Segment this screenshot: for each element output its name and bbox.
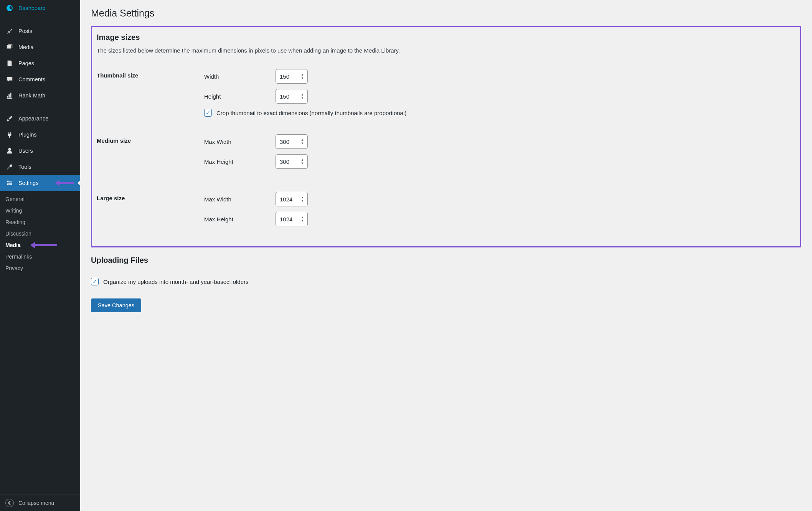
submenu-item-media[interactable]: Media [0,239,80,251]
sidebar-item-pages[interactable]: Pages [0,55,80,71]
organize-uploads-checkbox[interactable]: ✓ [91,278,99,285]
submenu-label: Discussion [5,231,31,237]
sidebar-item-tools[interactable]: Tools [0,159,80,175]
brush-icon [5,114,14,123]
number-stepper[interactable]: ▲▼ [301,193,306,205]
chart-icon [5,91,14,100]
sidebar-item-dashboard[interactable]: Dashboard [0,0,80,16]
submenu-item-permalinks[interactable]: Permalinks [0,251,80,262]
sidebar-item-label: Appearance [18,115,48,122]
sidebar-item-label: Users [18,148,33,154]
pin-icon [5,27,14,35]
thumbnail-size-heading: Thumbnail size [97,65,204,120]
wrench-icon [5,163,14,171]
sidebar-item-label: Media [18,44,34,50]
submenu-item-writing[interactable]: Writing [0,205,80,216]
number-stepper[interactable]: ▲▼ [301,213,306,225]
dashboard-icon [5,4,14,12]
sidebar-item-users[interactable]: Users [0,143,80,159]
medium-max-width-label: Max Width [204,138,276,145]
number-stepper[interactable]: ▲▼ [301,91,306,102]
number-stepper[interactable]: ▲▼ [301,71,306,82]
media-icon [5,43,14,51]
save-changes-button[interactable]: Save Changes [91,298,141,312]
sidebar-item-appearance[interactable]: Appearance [0,110,80,127]
submenu-label: Writing [5,208,22,214]
submenu-item-privacy[interactable]: Privacy [0,262,80,274]
settings-icon [5,179,14,187]
sidebar-item-label: Tools [18,164,31,170]
sidebar-item-label: Rank Math [18,92,45,99]
sidebar-item-label: Posts [18,28,32,34]
sidebar-item-rank-math[interactable]: Rank Math [0,87,80,104]
admin-sidebar: Dashboard Posts Media Pages Comments Ran… [0,0,80,511]
user-icon [5,147,14,155]
sidebar-item-label: Comments [18,76,45,82]
uploading-files-heading: Uploading Files [91,256,801,265]
pointer-arrow-icon [30,241,57,249]
pages-icon [5,59,14,68]
submenu-item-discussion[interactable]: Discussion [0,228,80,239]
sidebar-item-posts[interactable]: Posts [0,23,80,39]
sidebar-item-label: Dashboard [18,5,46,11]
sidebar-item-settings[interactable]: Settings [0,175,80,191]
plug-icon [5,130,14,139]
collapse-icon [5,499,14,507]
medium-size-heading: Medium size [97,130,204,178]
submenu-label: Permalinks [5,254,32,260]
main-content: Media Settings Image sizes The sizes lis… [80,0,812,511]
comment-icon [5,75,14,84]
image-sizes-heading: Image sizes [97,33,795,42]
submenu-label: Privacy [5,265,23,271]
submenu-item-reading[interactable]: Reading [0,216,80,228]
organize-uploads-label: Organize my uploads into month- and year… [103,279,249,285]
submenu-label: General [5,196,25,202]
thumbnail-crop-checkbox[interactable]: ✓ [204,109,212,117]
sidebar-item-media[interactable]: Media [0,39,80,55]
thumbnail-width-label: Width [204,73,276,80]
number-stepper[interactable]: ▲▼ [301,136,306,147]
large-max-height-label: Max Height [204,216,276,223]
sidebar-item-plugins[interactable]: Plugins [0,127,80,143]
sidebar-item-label: Pages [18,60,34,66]
number-stepper[interactable]: ▲▼ [301,156,306,167]
submenu-label: Media [5,242,21,248]
image-sizes-description: The sizes listed below determine the max… [97,47,795,54]
large-max-width-label: Max Width [204,196,276,203]
sidebar-item-label: Settings [18,180,38,186]
page-title: Media Settings [91,8,801,19]
thumbnail-crop-label: Crop thumbnail to exact dimensions (norm… [216,110,406,116]
submenu-label: Reading [5,219,25,225]
pointer-arrow-icon [55,179,74,187]
image-sizes-section: Image sizes The sizes listed below deter… [91,26,801,247]
large-size-heading: Large size [97,188,204,236]
submenu-item-general[interactable]: General [0,193,80,205]
thumbnail-height-label: Height [204,93,276,100]
sidebar-item-comments[interactable]: Comments [0,71,80,87]
collapse-label: Collapse menu [18,500,54,506]
medium-max-height-label: Max Height [204,158,276,165]
settings-submenu: General Writing Reading Discussion Media… [0,191,80,276]
collapse-menu-button[interactable]: Collapse menu [0,495,80,511]
sidebar-item-label: Plugins [18,132,37,138]
